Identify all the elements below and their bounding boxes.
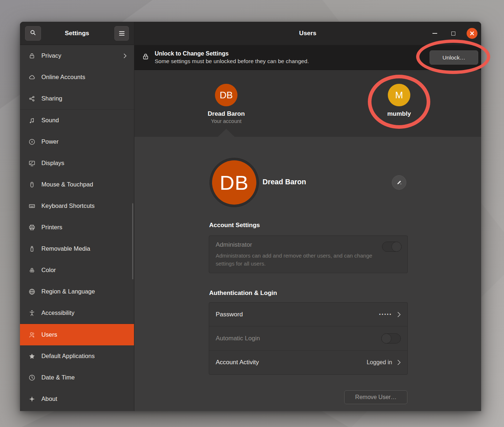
- music-note-icon: [28, 117, 36, 124]
- sidebar-item-label: Displays: [41, 160, 127, 167]
- accessibility-icon: [28, 309, 36, 317]
- unlock-banner: Unlock to Change Settings Some settings …: [134, 45, 481, 70]
- menu-button[interactable]: [114, 26, 129, 41]
- sidebar-item-label: About: [41, 395, 127, 402]
- sidebar-item-online-accounts[interactable]: Online Accounts: [20, 66, 134, 88]
- hamburger-menu-icon: [119, 31, 125, 36]
- flash-drive-icon: [28, 245, 36, 252]
- globe-icon: [28, 288, 36, 295]
- sidebar-item-label: Color: [41, 267, 127, 274]
- toggle-knob: [381, 333, 391, 344]
- search-button[interactable]: [25, 26, 41, 41]
- sidebar-item-power[interactable]: Power: [20, 131, 134, 152]
- color-circles-icon: [28, 267, 36, 274]
- sidebar-item-label: Default Applications: [41, 353, 127, 360]
- sidebar-item-removable-media[interactable]: Removable Media: [20, 238, 134, 259]
- sidebar-item-keyboard-shortcuts[interactable]: Keyboard Shortcuts: [20, 195, 134, 217]
- authentication-login-heading: Authentication & Login: [209, 290, 277, 297]
- banner-title: Unlock to Change Settings: [155, 50, 309, 57]
- your-account-label: Your account: [199, 118, 253, 124]
- users-panel: Users Unlock to Change Settings Some set…: [134, 22, 481, 411]
- toggle-knob: [391, 242, 402, 252]
- password-value: •••••: [379, 312, 392, 317]
- sidebar-item-sharing[interactable]: Sharing: [20, 88, 134, 109]
- cloud-icon: [28, 74, 36, 81]
- password-label: Password: [216, 311, 379, 318]
- sidebar-list: Privacy Online Accounts Sharing: [20, 45, 134, 411]
- profile-avatar-button[interactable]: DB: [210, 158, 259, 207]
- avatar-initials: DB: [220, 90, 233, 101]
- user-name: mumbly: [372, 110, 426, 118]
- lock-icon: [28, 52, 36, 59]
- user-chip-mumbly[interactable]: M mumbly: [372, 84, 426, 118]
- display-icon: [28, 160, 36, 167]
- edit-name-button[interactable]: [392, 175, 406, 190]
- sidebar-item-label: Sharing: [41, 95, 127, 102]
- account-activity-row[interactable]: Account Activity Logged in: [209, 350, 407, 374]
- sidebar-item-color[interactable]: Color: [20, 259, 134, 281]
- account-settings-heading: Account Settings: [209, 222, 260, 229]
- desktop-background: Settings Privacy: [0, 0, 504, 427]
- clock-icon: [28, 374, 36, 381]
- profile-name: Dread Baron: [263, 178, 306, 186]
- sidebar-item-accessibility[interactable]: Accessibility: [20, 302, 134, 324]
- search-icon: [29, 29, 37, 38]
- sidebar-item-label: Region & Language: [41, 288, 127, 295]
- profile-avatar: DB: [212, 160, 256, 205]
- banner-texts: Unlock to Change Settings Some settings …: [155, 50, 309, 65]
- sidebar-item-date-time[interactable]: Date & Time: [20, 367, 134, 388]
- sidebar-item-mouse-touchpad[interactable]: Mouse & Touchpad: [20, 174, 134, 195]
- sidebar-item-label: Accessibility: [41, 309, 127, 316]
- administrator-description: Administrators can add and remove other …: [216, 252, 387, 268]
- sidebar-item-label: Date & Time: [41, 374, 127, 381]
- sidebar-item-privacy[interactable]: Privacy: [20, 45, 134, 66]
- mouse-icon: [28, 181, 36, 188]
- page-title: Users: [134, 30, 481, 37]
- unlock-button[interactable]: Unlock…: [430, 50, 478, 65]
- maximize-button[interactable]: [448, 22, 458, 45]
- sidebar-item-label: Removable Media: [41, 245, 127, 252]
- chevron-right-icon: [397, 312, 401, 317]
- sidebar-item-printers[interactable]: Printers: [20, 217, 134, 238]
- administrator-toggle[interactable]: [382, 242, 402, 252]
- sidebar-item-about[interactable]: About: [20, 388, 134, 410]
- sidebar-item-label: Privacy: [41, 52, 123, 59]
- chevron-right-icon: [123, 53, 127, 58]
- automatic-login-toggle[interactable]: [381, 333, 401, 344]
- sidebar-scrollbar[interactable]: [132, 203, 133, 279]
- star-icon: [28, 353, 36, 360]
- avatar-mumbly: M: [388, 84, 410, 106]
- automatic-login-row[interactable]: Automatic Login: [209, 326, 407, 350]
- sidebar-item-displays[interactable]: Displays: [20, 152, 134, 174]
- sidebar-item-users[interactable]: Users: [20, 324, 134, 345]
- password-row[interactable]: Password •••••: [209, 303, 407, 326]
- sidebar-item-label: Mouse & Touchpad: [41, 181, 127, 188]
- selected-user-notch: [218, 129, 235, 137]
- sidebar-item-sound[interactable]: Sound: [20, 110, 134, 131]
- sidebar-item-label: Power: [41, 138, 127, 145]
- sidebar-item-label: Printers: [41, 224, 127, 231]
- lock-icon: [142, 53, 150, 62]
- account-activity-label: Account Activity: [216, 359, 367, 366]
- banner-subtitle: Some settings must be unlocked before th…: [155, 57, 309, 65]
- printer-icon: [28, 224, 36, 231]
- administrator-panel: Administrator Administrators can add and…: [209, 235, 408, 273]
- close-button[interactable]: [466, 22, 478, 45]
- authentication-panel: Password ••••• Automatic Login Account A…: [209, 302, 408, 375]
- minimize-button[interactable]: [430, 22, 440, 45]
- sidebar-item-label: Users: [41, 331, 127, 338]
- sidebar-item-region-language[interactable]: Region & Language: [20, 281, 134, 302]
- power-icon: [28, 138, 36, 145]
- maximize-icon: [451, 32, 455, 36]
- remove-user-button[interactable]: Remove User…: [344, 390, 407, 404]
- avatar-initials: M: [395, 90, 403, 101]
- sidebar-item-default-applications[interactable]: Default Applications: [20, 345, 134, 367]
- automatic-login-label: Automatic Login: [216, 335, 381, 342]
- account-activity-value: Logged in: [367, 359, 392, 366]
- avatar-initials: DB: [220, 171, 249, 194]
- share-icon: [28, 95, 36, 102]
- user-detail-panel: DB Dread Baron Account Settings Administ…: [134, 137, 481, 411]
- user-chip-dread-baron[interactable]: DB Dread Baron Your account: [199, 84, 253, 124]
- sidebar-header: Settings: [20, 22, 134, 45]
- user-name: Dread Baron: [199, 110, 253, 118]
